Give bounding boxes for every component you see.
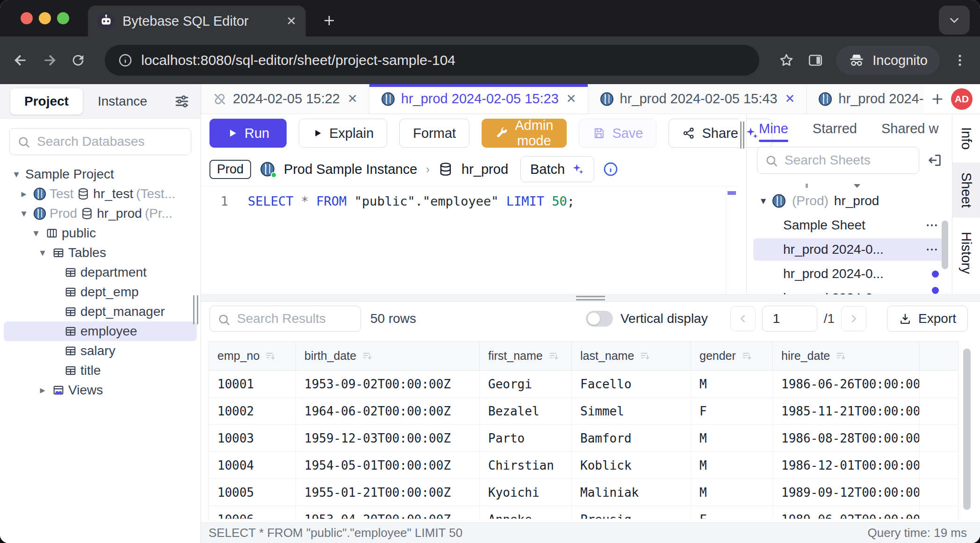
search-results-input[interactable] xyxy=(209,306,361,332)
table-row[interactable]: 10005 1955-01-21T00:00:00Z Kyoichi Malin… xyxy=(209,479,958,506)
close-tab-icon[interactable] xyxy=(785,92,795,106)
worksheet-tab[interactable]: hr_prod 2024-02-05 15:43 xyxy=(588,84,807,114)
tree-item[interactable]: Sample Project xyxy=(4,164,197,184)
results-scrollbar[interactable] xyxy=(963,349,971,510)
tree-expander-icon[interactable] xyxy=(10,168,22,180)
back-icon[interactable] xyxy=(12,52,29,69)
sidebar-resize-handle[interactable] xyxy=(193,295,198,324)
next-page-button[interactable] xyxy=(841,306,866,331)
info-icon[interactable] xyxy=(603,161,619,177)
side-panel-icon[interactable] xyxy=(807,52,824,69)
search-sheets-input[interactable] xyxy=(757,147,919,174)
admin-mode-button[interactable]: Admin mode xyxy=(482,119,567,148)
panel-tab[interactable]: Sheet xyxy=(952,163,980,218)
tree-item[interactable]: public xyxy=(4,223,197,243)
window-minimize-button[interactable] xyxy=(39,12,51,24)
column-header[interactable]: hire_date xyxy=(773,342,920,370)
instance-name[interactable]: Prod Sample Instance xyxy=(284,162,417,177)
browser-tab[interactable]: Bytebase SQL Editor xyxy=(88,6,306,36)
tab-project[interactable]: Project xyxy=(10,88,83,114)
close-tab-icon[interactable] xyxy=(566,92,576,106)
column-header[interactable]: gender xyxy=(691,342,773,370)
vertical-splitter[interactable] xyxy=(739,114,746,294)
tree-expander-icon[interactable] xyxy=(18,207,30,220)
filter-settings-icon[interactable] xyxy=(173,93,190,110)
tree-item[interactable]: Tables xyxy=(4,243,197,263)
table-row[interactable]: 10003 1959-12-03T00:00:00Z Parto Bamford… xyxy=(209,425,958,452)
run-button[interactable]: Run xyxy=(209,119,287,148)
window-close-button[interactable] xyxy=(21,12,33,24)
tree-item[interactable]: dept_manager xyxy=(4,302,197,322)
sheet-item[interactable]: hr_prod 2024-0 xyxy=(753,287,946,294)
sort-icon[interactable] xyxy=(548,350,560,362)
site-info-icon[interactable] xyxy=(118,53,133,68)
export-button[interactable]: Export xyxy=(887,306,968,332)
sheet-filter-tab[interactable]: Shared w xyxy=(881,114,939,143)
column-header[interactable]: first_name xyxy=(480,342,572,370)
sort-icon[interactable] xyxy=(836,350,847,362)
sort-icon[interactable] xyxy=(265,350,276,362)
new-worksheet-button[interactable] xyxy=(924,84,951,114)
user-avatar[interactable]: AD xyxy=(951,88,973,110)
sheet-list-scrollbar[interactable] xyxy=(942,221,948,269)
format-button[interactable]: Format xyxy=(399,119,469,148)
worksheet-tab[interactable]: 2024-02-05 15:22 xyxy=(201,84,369,114)
tree-item[interactable]: title xyxy=(4,361,197,380)
more-actions-icon[interactable] xyxy=(925,243,939,257)
worksheet-tab[interactable]: hr_prod 2024-0 xyxy=(807,84,924,114)
forward-icon[interactable] xyxy=(41,52,58,69)
table-row[interactable]: 10004 1954-05-01T00:00:00Z Chirstian Kob… xyxy=(209,452,958,479)
sheet-item[interactable]: hr_prod 2024-0... xyxy=(753,263,946,285)
worksheet-tab[interactable]: hr_prod 2024-02-05 15:23 xyxy=(369,84,588,114)
tab-instance[interactable]: Instance xyxy=(83,94,162,109)
tree-expander-icon[interactable] xyxy=(36,384,49,396)
sql-code-editor[interactable]: 1 SELECT * FROM "public"."employee" LIMI… xyxy=(201,186,739,294)
save-button[interactable]: Save xyxy=(579,119,656,148)
sort-icon[interactable] xyxy=(640,350,651,362)
close-browser-tab-icon[interactable] xyxy=(286,14,296,29)
column-header[interactable]: emp_no xyxy=(209,342,296,370)
batch-button[interactable]: Batch xyxy=(520,156,594,182)
sheet-item[interactable]: (Prod) hr_prod xyxy=(753,190,946,212)
bookmark-star-icon[interactable] xyxy=(778,52,795,69)
tree-item[interactable]: Views xyxy=(4,380,197,400)
search-databases-input[interactable] xyxy=(9,128,191,155)
close-tab-icon[interactable] xyxy=(347,92,358,106)
vertical-display-toggle[interactable] xyxy=(586,311,613,327)
browser-menu-icon[interactable] xyxy=(952,52,968,68)
panel-tab[interactable]: History xyxy=(952,218,980,288)
tree-expander-icon[interactable] xyxy=(30,227,42,239)
new-browser-tab-button[interactable] xyxy=(316,7,342,34)
database-name[interactable]: hr_prod xyxy=(461,162,508,177)
more-actions-icon[interactable] xyxy=(925,218,939,232)
reload-icon[interactable] xyxy=(70,52,86,68)
sheet-item[interactable]: hr_prod 2024-0... xyxy=(753,238,946,261)
sort-icon[interactable] xyxy=(742,350,753,362)
tree-item[interactable]: dept_emp xyxy=(4,282,197,302)
column-header[interactable]: birth_date xyxy=(296,342,480,370)
previous-page-button[interactable] xyxy=(730,306,756,331)
table-row[interactable]: 10006 1953-04-20T00:00:00Z Anneke Preusi… xyxy=(209,506,958,519)
tree-item[interactable]: Prod hr_prod (Pr... xyxy=(4,204,197,223)
window-zoom-button[interactable] xyxy=(57,12,69,24)
sheet-item[interactable] xyxy=(753,181,946,188)
table-row[interactable]: 10002 1964-06-02T00:00:00Z Bezalel Simme… xyxy=(209,398,958,425)
tree-item[interactable]: Test hr_test (Test... xyxy=(4,184,197,204)
explain-button[interactable]: Explain xyxy=(299,119,387,148)
sheet-filter-tab[interactable]: Mine xyxy=(759,114,788,143)
tab-search-button[interactable] xyxy=(939,6,970,35)
tree-item[interactable]: employee xyxy=(4,322,197,341)
sheet-item[interactable]: Sample Sheet xyxy=(753,214,946,236)
chevron-down-icon[interactable] xyxy=(761,195,766,207)
tree-expander-icon[interactable] xyxy=(36,247,49,259)
tree-item[interactable]: salary xyxy=(4,341,197,361)
panel-tab[interactable]: Info xyxy=(952,114,980,163)
page-number-input[interactable] xyxy=(762,306,817,332)
address-bar[interactable]: localhost:8080/sql-editor/sheet/project-… xyxy=(105,45,759,76)
table-row[interactable]: 10001 1953-09-02T00:00:00Z Georgi Facell… xyxy=(209,371,958,398)
tree-item[interactable]: department xyxy=(4,263,197,282)
sort-icon[interactable] xyxy=(362,350,373,362)
sheet-filter-tab[interactable]: Starred xyxy=(813,114,857,143)
tree-expander-icon[interactable] xyxy=(18,188,30,200)
import-sheet-icon[interactable] xyxy=(927,152,943,168)
